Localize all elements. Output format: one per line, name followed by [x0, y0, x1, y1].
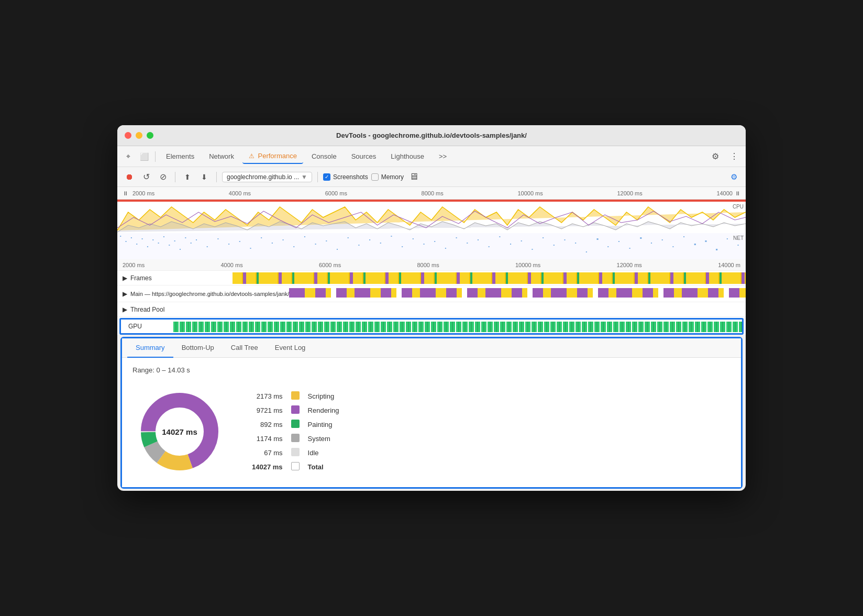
tab-lighthouse[interactable]: Lighthouse: [384, 149, 430, 163]
idle-swatch: [291, 448, 300, 456]
painting-swatch: [291, 420, 300, 428]
window-title: DevTools - googlechrome.github.io/devtoo…: [336, 131, 527, 139]
thread-pool-expand-icon[interactable]: ▶: [123, 306, 127, 313]
titlebar: DevTools - googlechrome.github.io/devtoo…: [117, 125, 746, 146]
svg-rect-51: [597, 238, 599, 240]
svg-rect-50: [586, 251, 587, 252]
close-button[interactable]: [125, 132, 131, 139]
settings-icon[interactable]: ⚙: [708, 149, 723, 164]
separator: [155, 151, 156, 162]
scripting-ms: 2173 ms: [248, 389, 287, 403]
bottom-tabs: Summary Bottom-Up Call Tree Event Log: [122, 338, 741, 358]
frames-expand-icon[interactable]: ▶: [123, 274, 127, 282]
net-chart: NET: [117, 233, 746, 259]
svg-rect-19: [250, 248, 251, 249]
svg-rect-15: [207, 246, 208, 247]
minimize-button[interactable]: [136, 132, 142, 139]
tab-network[interactable]: Network: [203, 149, 240, 163]
legend-total: 14027 ms Total: [248, 460, 344, 474]
tab-summary[interactable]: Summary: [127, 338, 173, 358]
tab-performance[interactable]: ⚠ Performance: [242, 149, 303, 164]
svg-rect-6: [152, 239, 153, 240]
pause-icon[interactable]: ⏸: [123, 190, 128, 196]
svg-rect-44: [521, 240, 522, 241]
memory-checkbox[interactable]: [371, 173, 379, 181]
main-content: [289, 285, 746, 302]
svg-rect-4: [142, 238, 143, 239]
svg-rect-45: [532, 249, 533, 250]
main-expand-icon[interactable]: ▶: [123, 290, 127, 298]
device-toolbar-icon[interactable]: ⬜: [137, 150, 151, 163]
overview-ruler: 2000 ms 4000 ms 6000 ms 8000 ms 10000 ms…: [132, 190, 733, 196]
download-button[interactable]: ⬇: [197, 170, 211, 184]
frames-label: ▶ Frames: [117, 274, 233, 282]
svg-rect-3: [136, 244, 137, 245]
svg-rect-46: [543, 237, 544, 238]
maximize-button[interactable]: [147, 132, 153, 139]
reload-record-button[interactable]: ↺: [139, 170, 153, 184]
tab-elements[interactable]: Elements: [160, 149, 201, 163]
svg-rect-59: [683, 236, 684, 237]
svg-rect-2: [131, 237, 132, 238]
rendering-ms: 9721 ms: [248, 403, 287, 417]
customize-icon[interactable]: ⋮: [727, 149, 742, 164]
record-button[interactable]: ⏺: [123, 170, 136, 184]
tab-event-log[interactable]: Event Log: [267, 338, 314, 358]
idle-ms: 67 ms: [248, 446, 287, 460]
painting-label: Painting: [304, 417, 344, 432]
svg-rect-31: [380, 243, 381, 244]
range-label: Range: 0 – 14.03 s: [132, 366, 731, 374]
url-filter[interactable]: googlechrome.github.io ... ▼: [222, 172, 312, 182]
frames-content: [233, 271, 746, 285]
svg-rect-21: [272, 243, 273, 244]
tab-bottom-up[interactable]: Bottom-Up: [173, 338, 223, 358]
legend-scripting: 2173 ms Scripting: [248, 389, 344, 403]
devtools-window: DevTools - googlechrome.github.io/devtoo…: [117, 125, 746, 491]
screenshots-checkbox[interactable]: ✓: [323, 173, 330, 181]
time-end-label: ⏸: [735, 190, 740, 196]
painting-ms: 892 ms: [248, 417, 287, 432]
svg-rect-63: [727, 238, 728, 239]
system-ms: 1174 ms: [248, 432, 287, 446]
tab-sources[interactable]: Sources: [345, 149, 383, 163]
svg-rect-25: [315, 244, 316, 245]
main-bar: [289, 288, 746, 298]
perf-toolbar: ⏺ ↺ ⊘ ⬆ ⬇ googlechrome.github.io ... ▼ ✓…: [117, 167, 746, 187]
cursor-tool-icon[interactable]: ⌖: [121, 150, 135, 163]
url-dropdown-icon[interactable]: ▼: [301, 173, 307, 181]
gpu-track-highlight: GPU: [119, 318, 744, 335]
total-ms: 14027 ms: [248, 460, 287, 474]
svg-rect-39: [467, 243, 468, 244]
svg-rect-55: [640, 237, 641, 239]
svg-rect-58: [672, 246, 673, 247]
screenshot-icon[interactable]: 🖥: [407, 170, 421, 184]
thread-pool-track: ▶ Thread Pool: [117, 302, 746, 317]
net-chart-svg: [117, 233, 746, 259]
donut-total-label: 14027 ms: [162, 427, 197, 436]
svg-rect-32: [391, 236, 392, 237]
memory-toggle[interactable]: Memory: [371, 173, 404, 181]
upload-button[interactable]: ⬆: [181, 170, 194, 184]
clear-button[interactable]: ⊘: [156, 170, 170, 184]
svg-rect-11: [180, 249, 181, 250]
svg-rect-12: [185, 237, 186, 238]
rendering-label: Rendering: [304, 403, 344, 417]
tab-console[interactable]: Console: [305, 149, 343, 163]
screenshots-toggle[interactable]: ✓ Screenshots: [323, 173, 368, 181]
capture-settings-icon[interactable]: ⚙: [727, 170, 740, 184]
scripting-swatch: [291, 391, 300, 400]
svg-rect-61: [705, 240, 706, 242]
svg-rect-0: [120, 236, 121, 237]
cpu-label: CPU: [733, 204, 744, 210]
timeline-overview: ⏸ 2000 ms 4000 ms 6000 ms 8000 ms 10000 …: [117, 187, 746, 259]
legend-idle: 67 ms Idle: [248, 446, 344, 460]
gpu-label: GPU: [121, 323, 173, 330]
svg-rect-47: [554, 245, 555, 246]
svg-rect-62: [716, 249, 717, 250]
gpu-track: GPU: [121, 320, 742, 333]
svg-rect-48: [564, 239, 565, 240]
svg-rect-17: [228, 244, 229, 245]
tab-more[interactable]: >>: [433, 149, 453, 163]
tab-call-tree[interactable]: Call Tree: [223, 338, 267, 358]
nav-toolbar: ⌖ ⬜ Elements Network ⚠ Performance Conso…: [117, 146, 746, 167]
